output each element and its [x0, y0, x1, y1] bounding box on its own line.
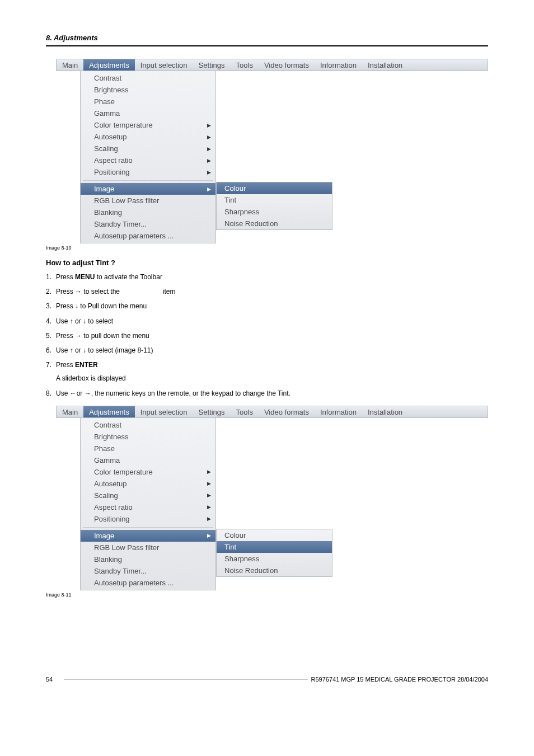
dd-label: Blanking: [94, 208, 122, 217]
submenu-arrow-icon: ▶: [207, 123, 211, 128]
menubar-item-video-formats[interactable]: Video formats: [259, 406, 315, 417]
dd-label: Scaling: [94, 144, 118, 153]
menubar-item-information[interactable]: Information: [315, 406, 362, 417]
dd-color-temperature[interactable]: Color temperature▶: [81, 119, 216, 131]
sm-label: Colour: [224, 531, 246, 539]
dd-positioning[interactable]: Positioning▶: [81, 513, 216, 525]
dd-scaling[interactable]: Scaling▶: [81, 490, 216, 501]
sm-tint[interactable]: Tint: [217, 194, 332, 206]
step-2: Press → to select the item: [46, 287, 488, 296]
dd-label: Brightness: [94, 86, 128, 94]
dd-label: Positioning: [94, 515, 130, 523]
dd-blanking[interactable]: Blanking: [81, 206, 216, 218]
step-text: item: [163, 288, 176, 295]
dd-label: Image: [94, 185, 114, 193]
dd-brightness[interactable]: Brightness: [81, 431, 216, 443]
step-bold: ENTER: [75, 361, 98, 369]
menubar-item-information[interactable]: Information: [315, 59, 362, 71]
dd-gamma[interactable]: Gamma: [81, 454, 216, 466]
dd-standby-timer[interactable]: Standby Timer...: [81, 218, 216, 230]
submenu-arrow-icon: ▶: [207, 158, 211, 163]
dd-image[interactable]: Image▶: [81, 183, 216, 195]
menubar-item-settings[interactable]: Settings: [193, 406, 231, 417]
menu-screenshot-8-10: Main Adjustments Input selection Setting…: [56, 59, 488, 243]
dd-label: Scaling: [94, 491, 118, 500]
submenu-arrow-icon: ▶: [207, 170, 211, 175]
step-text: to activate the Toolbar: [95, 273, 162, 281]
dd-label: Standby Timer...: [94, 220, 147, 228]
step-1: Press MENU to activate the Toolbar: [46, 273, 488, 281]
dd-phase[interactable]: Phase: [81, 96, 216, 107]
image-caption-8-11: Image 8-11: [46, 592, 488, 598]
step-7: Press ENTER A sliderbox is displayed: [46, 360, 488, 383]
dd-rgb-low-pass[interactable]: RGB Low Pass filter: [81, 542, 216, 553]
dd-scaling[interactable]: Scaling▶: [81, 143, 216, 154]
dd-brightness[interactable]: Brightness: [81, 84, 216, 96]
menubar-item-tools[interactable]: Tools: [231, 406, 259, 417]
dd-label: RGB Low Pass filter: [94, 543, 159, 552]
dd-gamma[interactable]: Gamma: [81, 107, 216, 119]
dd-label: Phase: [94, 97, 115, 106]
menubar-item-video-formats[interactable]: Video formats: [259, 59, 315, 71]
menubar-item-adjustments[interactable]: Adjustments: [83, 59, 135, 71]
chapter-heading: 8. Adjustments: [46, 34, 488, 42]
menubar-item-main[interactable]: Main: [57, 406, 83, 417]
menubar-item-settings[interactable]: Settings: [193, 59, 231, 71]
step-5: Press → to pull down the menu: [46, 331, 488, 340]
sm-label: Tint: [224, 196, 236, 204]
dd-label: Contrast: [94, 421, 121, 429]
menubar-item-installation[interactable]: Installation: [362, 59, 408, 71]
sm-label: Sharpness: [224, 555, 259, 563]
adjustments-dropdown: Contrast Brightness Phase Gamma Color te…: [80, 71, 216, 243]
dd-image[interactable]: Image▶: [81, 530, 216, 542]
menubar-item-adjustments[interactable]: Adjustments: [83, 406, 135, 417]
page-number: 54: [46, 676, 60, 683]
dd-autosetup-params[interactable]: Autosetup parameters ...: [81, 577, 216, 589]
step-8: Use ←or →, the numeric keys on the remot…: [46, 389, 488, 398]
step-text: Press → to select the: [56, 288, 121, 295]
dd-autosetup-params[interactable]: Autosetup parameters ...: [81, 230, 216, 242]
sm-tint[interactable]: Tint: [217, 541, 332, 553]
step-text: Press ↓ to Pull down the menu: [56, 302, 147, 310]
dd-label: Autosetup: [94, 480, 127, 488]
sm-sharpness[interactable]: Sharpness: [217, 553, 332, 565]
dd-rgb-low-pass[interactable]: RGB Low Pass filter: [81, 195, 216, 206]
dd-aspect-ratio[interactable]: Aspect ratio▶: [81, 501, 216, 513]
dd-blanking[interactable]: Blanking: [81, 553, 216, 565]
sm-colour[interactable]: Colour: [217, 529, 332, 541]
dd-contrast[interactable]: Contrast: [81, 72, 216, 84]
menubar-item-input-selection[interactable]: Input selection: [135, 59, 193, 71]
dd-label: Autosetup parameters ...: [94, 579, 174, 587]
dd-autosetup[interactable]: Autosetup▶: [81, 478, 216, 490]
dd-positioning[interactable]: Positioning▶: [81, 166, 216, 178]
sm-colour[interactable]: Colour: [217, 182, 332, 194]
menubar-item-tools[interactable]: Tools: [231, 59, 259, 71]
dd-label: Contrast: [94, 74, 121, 82]
step-text: Use ↑ or ↓ to select: [56, 346, 115, 354]
submenu-arrow-icon: ▶: [207, 533, 211, 538]
menubar-item-main[interactable]: Main: [57, 59, 83, 71]
sm-noise-reduction[interactable]: Noise Reduction: [217, 565, 332, 576]
dd-aspect-ratio[interactable]: Aspect ratio▶: [81, 154, 216, 166]
dd-phase[interactable]: Phase: [81, 443, 216, 454]
dd-autosetup[interactable]: Autosetup▶: [81, 131, 216, 143]
image-submenu: Colour Tint Sharpness Noise Reduction: [216, 529, 332, 577]
step-text: Press: [56, 273, 75, 281]
dd-label: Aspect ratio: [94, 503, 133, 511]
image-caption-8-10: Image 8-10: [46, 245, 488, 251]
submenu-arrow-icon: ▶: [207, 186, 211, 192]
footer-rule: [64, 679, 308, 679]
footer-text: R5976741 MGP 15 MEDICAL GRADE PROJECTOR …: [311, 676, 489, 683]
sm-sharpness[interactable]: Sharpness: [217, 206, 332, 218]
dd-contrast[interactable]: Contrast: [81, 419, 216, 431]
dd-label: Positioning: [94, 168, 130, 176]
sm-label: Colour: [224, 184, 246, 192]
dd-color-temperature[interactable]: Color temperature▶: [81, 466, 216, 478]
menubar-item-installation[interactable]: Installation: [362, 406, 408, 417]
step-text: Use ↑ or ↓ to select: [56, 317, 113, 325]
howto-heading: How to adjust Tint ?: [46, 259, 488, 267]
menubar-item-input-selection[interactable]: Input selection: [135, 406, 193, 417]
dd-standby-timer[interactable]: Standby Timer...: [81, 565, 216, 577]
sm-noise-reduction[interactable]: Noise Reduction: [217, 218, 332, 229]
step-text: (image 8-11): [115, 346, 153, 354]
